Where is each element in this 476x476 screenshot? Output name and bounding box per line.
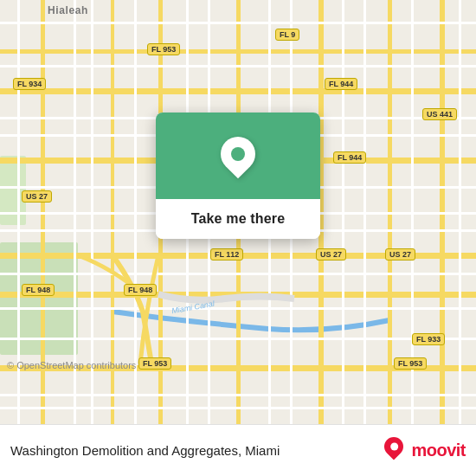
svg-rect-26 — [0, 394, 476, 396]
road-label-fl112: FL 112 — [210, 248, 243, 261]
svg-rect-23 — [0, 273, 476, 275]
svg-rect-1 — [0, 242, 78, 355]
bottom-bar: Washington Demolition and Aggregates, Mi… — [0, 424, 476, 476]
road-label-fl948-mid: FL 948 — [124, 284, 157, 296]
svg-rect-3 — [0, 88, 476, 94]
svg-rect-24 — [0, 307, 476, 310]
svg-rect-39 — [459, 0, 461, 424]
pin-circle — [214, 130, 263, 179]
road-label-us441: US 441 — [422, 108, 457, 120]
svg-rect-16 — [0, 22, 476, 24]
road-label-fl953-top: FL 953 — [147, 43, 180, 55]
location-popup: Take me there — [156, 113, 320, 239]
svg-rect-27 — [0, 407, 476, 409]
road-label-fl953-far: FL 953 — [394, 357, 427, 370]
road-label-fl953-bot: FL 953 — [138, 357, 171, 370]
road-label-fl944-right: FL 944 — [333, 151, 366, 164]
road-label-us27-left: US 27 — [22, 190, 52, 203]
popup-map-background — [156, 113, 320, 199]
location-name-label: Washington Demolition and Aggregates, Mi… — [10, 443, 382, 458]
pin-inner — [231, 147, 245, 161]
road-label-us27-mid: US 27 — [316, 248, 346, 261]
moovit-pin-shape — [381, 433, 408, 460]
moovit-pin-dot — [390, 442, 398, 450]
road-label-fl9: FL 9 — [275, 29, 299, 41]
map-attribution: © OpenStreetMap contributors — [7, 360, 136, 370]
svg-rect-13 — [388, 0, 392, 424]
canal-label: Miami Canal — [171, 299, 215, 316]
svg-rect-8 — [0, 49, 476, 54]
svg-rect-37 — [363, 0, 366, 424]
svg-rect-17 — [0, 65, 476, 68]
moovit-text-label: moovit — [411, 441, 466, 460]
svg-rect-36 — [342, 0, 344, 424]
take-me-there-button[interactable]: Take me there — [156, 199, 320, 239]
road-label-fl944-top: FL 944 — [325, 78, 357, 90]
road-label-fl948-left: FL 948 — [22, 284, 55, 296]
area-label-hialeah: Hialeah — [48, 4, 88, 16]
road-label-fl933: FL 933 — [412, 333, 445, 345]
road-label-us27-right: US 27 — [385, 248, 415, 261]
location-pin — [219, 137, 257, 175]
svg-rect-6 — [0, 292, 476, 298]
road-label-fl934: FL 934 — [13, 78, 46, 90]
svg-rect-25 — [0, 338, 476, 340]
map-container: FL 953 FL 9 FL 934 FL 944 US 441 US 27 F… — [0, 0, 476, 424]
moovit-logo: moovit — [382, 437, 466, 465]
svg-rect-14 — [440, 0, 445, 424]
